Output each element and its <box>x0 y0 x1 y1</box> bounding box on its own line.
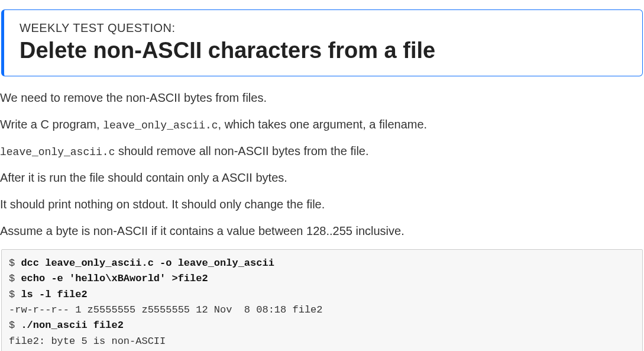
filename-code: leave_only_ascii.c <box>0 146 115 158</box>
document-page: WEEKLY TEST QUESTION: Delete non-ASCII c… <box>0 9 644 351</box>
text: should remove all non-ASCII bytes from t… <box>115 144 368 157</box>
terminal-block: $ dcc leave_only_ascii.c -o leave_only_a… <box>1 249 643 351</box>
terminal-command: dcc leave_only_ascii.c -o leave_only_asc… <box>21 257 274 269</box>
terminal-prompt: $ <box>9 289 21 300</box>
text: , which takes one argument, a filename. <box>218 118 428 131</box>
terminal-output: -rw-r--r-- 1 z5555555 z5555555 12 Nov 8 … <box>9 304 323 315</box>
callout-overline: WEEKLY TEST QUESTION: <box>20 20 627 37</box>
paragraph-intro: We need to remove the non-ASCII bytes fr… <box>0 89 644 107</box>
terminal-output: file2: byte 5 is non-ASCII <box>9 336 166 347</box>
text: Write a C program, <box>0 118 103 131</box>
terminal-prompt: $ <box>9 320 21 331</box>
terminal-prompt: $ <box>9 273 21 284</box>
terminal-command-line: $ ./non_ascii file2 <box>9 318 635 333</box>
terminal-output-line: -rw-r--r-- 1 z5555555 z5555555 12 Nov 8 … <box>9 302 635 318</box>
paragraph-stdout: It should print nothing on stdout. It sh… <box>0 196 644 213</box>
filename-code: leave_only_ascii.c <box>103 120 218 131</box>
weekly-test-callout: WEEKLY TEST QUESTION: Delete non-ASCII c… <box>1 9 643 76</box>
terminal-command: ./non_ascii file2 <box>21 320 123 331</box>
terminal-command: ls -l file2 <box>21 289 87 300</box>
terminal-output-line: file2: byte 5 is non-ASCII <box>9 334 635 349</box>
terminal-command-line: $ dcc leave_only_ascii.c -o leave_only_a… <box>9 256 635 271</box>
terminal-command-line: $ echo -e 'hello\xBAworld' >file2 <box>9 271 635 286</box>
terminal-command-line: $ ls -l file2 <box>9 287 635 302</box>
paragraph-assume: Assume a byte is non-ASCII if it contain… <box>0 223 644 240</box>
callout-title: Delete non-ASCII characters from a file <box>20 38 627 64</box>
paragraph-write: Write a C program, leave_only_ascii.c, w… <box>0 116 644 133</box>
terminal-command: echo -e 'hello\xBAworld' >file2 <box>21 273 208 284</box>
paragraph-after-run: After it is run the file should contain … <box>0 169 644 186</box>
terminal-prompt: $ <box>9 257 21 269</box>
paragraph-should-remove: leave_only_ascii.c should remove all non… <box>0 143 644 160</box>
